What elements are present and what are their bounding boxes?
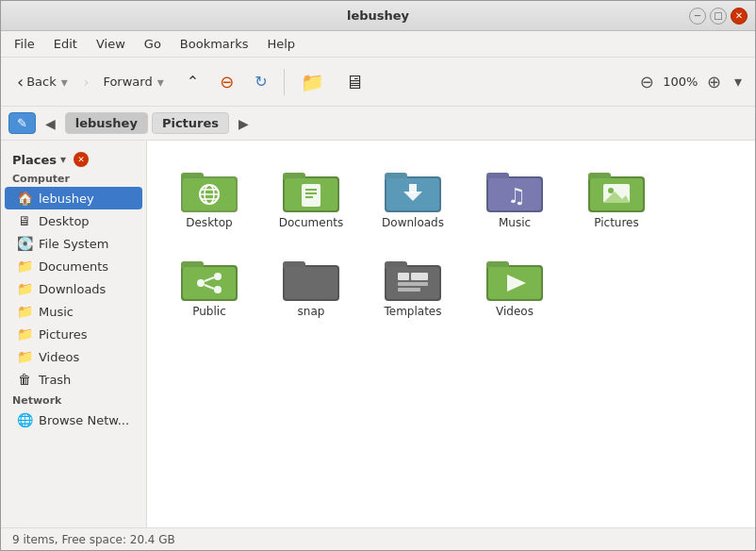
menu-view[interactable]: View — [87, 33, 135, 55]
path-prev-button[interactable]: ◀ — [40, 113, 61, 134]
file-item-documents[interactable]: Documents — [264, 156, 358, 237]
view-options-button[interactable]: ▾ — [729, 69, 748, 94]
main-area: Places ▾ ✕ Computer 🏠 lebushey 🖥 Desktop… — [1, 141, 755, 527]
file-item-templates[interactable]: Templates — [366, 244, 460, 326]
forward-button[interactable]: Forward ▾ — [94, 65, 173, 99]
network-icon: 🌐 — [16, 412, 33, 427]
computer-button[interactable]: 🖥 — [337, 65, 372, 99]
menu-file[interactable]: File — [5, 33, 44, 55]
svg-rect-41 — [285, 267, 337, 299]
path-crumb-pictures[interactable]: Pictures — [152, 112, 229, 134]
svg-rect-12 — [302, 184, 320, 207]
sidebar-item-filesystem[interactable]: 💽 File System — [5, 232, 142, 255]
svg-rect-48 — [398, 288, 420, 292]
folder-snap-icon — [281, 252, 341, 305]
folder-desktop-icon — [179, 163, 239, 216]
sidebar-item-desktop[interactable]: 🖥 Desktop — [5, 209, 142, 232]
zoom-in-button[interactable]: ⊕ — [703, 70, 725, 93]
window-title: lebushey — [347, 8, 409, 23]
sidebar-item-lebushey[interactable]: 🏠 lebushey — [5, 187, 142, 209]
svg-point-29 — [608, 188, 614, 193]
folder-downloads-icon — [383, 163, 443, 216]
folder-videos-icon — [485, 252, 545, 305]
folder-public-icon — [179, 252, 239, 305]
minimize-button[interactable]: − — [689, 8, 706, 25]
up-button[interactable]: ⌃ — [178, 67, 207, 96]
sidebar-label-documents: Documents — [39, 259, 108, 274]
places-label: Places — [12, 153, 57, 167]
path-crumb-lebushey[interactable]: lebushey — [65, 112, 148, 134]
back-label: Back — [26, 75, 57, 89]
new-folder-button[interactable]: 📁 — [292, 65, 333, 99]
sidebar-label-browse-network: Browse Netw... — [39, 413, 129, 427]
file-item-videos[interactable]: Videos — [468, 244, 562, 326]
menu-bookmarks[interactable]: Bookmarks — [171, 33, 258, 55]
file-item-pictures[interactable]: Pictures — [569, 156, 664, 237]
statusbar: 9 items, Free space: 20.4 GB — [1, 527, 755, 550]
sidebar-label-videos: Videos — [39, 350, 79, 364]
file-item-desktop[interactable]: Desktop — [162, 156, 256, 237]
window: lebushey − □ ✕ File Edit View Go Bookmar… — [0, 0, 756, 551]
forward-label: Forward — [103, 75, 152, 89]
places-dropdown-icon[interactable]: ▾ — [60, 153, 66, 166]
status-text: 9 items, Free space: 20.4 GB — [12, 533, 175, 546]
svg-rect-33 — [183, 267, 236, 299]
zoom-out-button[interactable]: ⊖ — [636, 70, 658, 93]
file-label-music: Music — [499, 216, 531, 229]
downloads-icon: 📁 — [16, 281, 33, 296]
zoom-level: 100% — [662, 75, 699, 89]
back-dropdown-icon[interactable]: ▾ — [59, 71, 70, 93]
trash-icon: 🗑 — [16, 372, 33, 387]
network-section-header: Network — [1, 391, 146, 409]
sidebar-item-trash[interactable]: 🗑 Trash — [5, 368, 142, 391]
path-edit-button[interactable]: ✎ — [8, 112, 36, 134]
file-area: Desktop Documents — [147, 141, 755, 527]
sidebar-label-music: Music — [39, 305, 74, 319]
forward-dropdown-icon[interactable]: ▾ — [156, 71, 166, 93]
svg-point-34 — [197, 279, 205, 287]
sidebar-item-downloads[interactable]: 📁 Downloads — [5, 277, 142, 300]
menu-help[interactable]: Help — [257, 33, 304, 55]
zoom-area: ⊖ 100% ⊕ ▾ — [636, 69, 748, 94]
reload-icon: ↻ — [255, 73, 267, 91]
sidebar-item-documents[interactable]: 📁 Documents — [5, 255, 142, 277]
file-label-snap: snap — [298, 305, 325, 318]
svg-rect-46 — [411, 273, 428, 280]
close-button[interactable]: ✕ — [731, 8, 748, 25]
forward-nav-icon: › — [82, 71, 91, 93]
home-icon: 🏠 — [16, 191, 33, 206]
places-close-button[interactable]: ✕ — [74, 152, 89, 167]
maximize-button[interactable]: □ — [710, 8, 727, 25]
file-item-snap[interactable]: snap — [264, 244, 358, 326]
sidebar-label-desktop: Desktop — [39, 214, 90, 228]
sidebar-label-lebushey: lebushey — [39, 192, 94, 206]
back-button[interactable]: ‹ Back ▾ — [8, 65, 78, 99]
svg-point-35 — [214, 273, 222, 280]
sidebar-item-pictures[interactable]: 📁 Pictures — [5, 323, 142, 345]
sidebar-label-pictures: Pictures — [39, 327, 87, 342]
file-item-music[interactable]: ♫ Music — [468, 156, 562, 237]
stop-button[interactable]: ⊖ — [211, 66, 242, 97]
menu-edit[interactable]: Edit — [44, 33, 87, 55]
file-item-downloads[interactable]: Downloads — [366, 156, 460, 237]
sidebar-label-downloads: Downloads — [39, 282, 106, 296]
file-label-documents: Documents — [279, 216, 343, 229]
sidebar-item-music[interactable]: 📁 Music — [5, 300, 142, 323]
titlebar: lebushey − □ ✕ — [1, 1, 755, 31]
toolbar-separator — [284, 69, 285, 95]
path-next-button[interactable]: ▶ — [233, 113, 255, 134]
reload-button[interactable]: ↻ — [246, 67, 275, 96]
window-controls: − □ ✕ — [689, 8, 748, 25]
desktop-icon: 🖥 — [16, 213, 33, 228]
stop-icon: ⊖ — [220, 72, 234, 92]
filesystem-icon: 💽 — [16, 236, 33, 251]
sidebar: Places ▾ ✕ Computer 🏠 lebushey 🖥 Desktop… — [1, 141, 147, 527]
sidebar-label-trash: Trash — [39, 373, 71, 387]
new-folder-icon: 📁 — [301, 71, 324, 93]
folder-pictures-icon — [586, 163, 647, 216]
sidebar-item-browse-network[interactable]: 🌐 Browse Netw... — [5, 409, 142, 431]
file-item-public[interactable]: Public — [162, 244, 256, 326]
sidebar-item-videos[interactable]: 📁 Videos — [5, 345, 142, 368]
svg-text:♫: ♫ — [507, 184, 526, 208]
menu-go[interactable]: Go — [135, 33, 171, 55]
